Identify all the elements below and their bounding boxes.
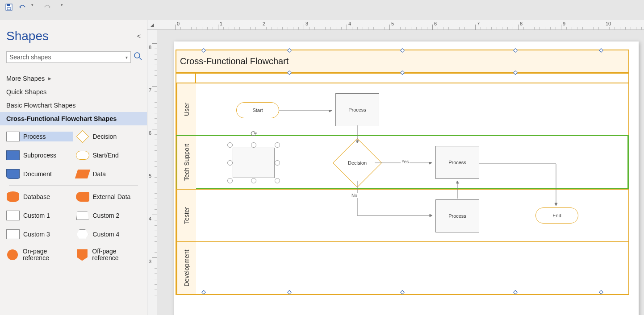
search-icon[interactable] (134, 52, 142, 63)
shapes-panel: Shapes < Search shapes ▾ More Shapes ▶ Q… (0, 20, 147, 315)
lane-header-user[interactable]: User (176, 83, 196, 135)
svg-marker-8 (429, 162, 432, 164)
connector-label-yes: Yes (401, 159, 410, 164)
svg-marker-14 (555, 203, 557, 206)
palette-subprocess[interactable]: Subprocess (6, 150, 73, 160)
vertical-ruler: 876543 (147, 30, 157, 315)
palette-document[interactable]: Document (6, 169, 73, 179)
save-button[interactable] (4, 3, 13, 12)
stencil-basic-flowchart[interactable]: Basic Flowchart Shapes (0, 99, 147, 112)
search-shapes-input[interactable]: Search shapes ▾ (6, 51, 131, 63)
rotation-handle-icon[interactable]: ⟳ (251, 129, 257, 139)
drawing-page[interactable]: Cross-Functional Flowchart User Start (174, 41, 639, 315)
svg-marker-13 (456, 181, 459, 183)
pool-title[interactable]: Cross-Functional Flowchart (176, 50, 628, 73)
ruler-corner: ◢ (147, 20, 157, 30)
svg-line-4 (139, 58, 142, 60)
svg-point-3 (134, 53, 140, 58)
palette-startend[interactable]: Start/End (76, 150, 143, 160)
customize-qat-dropdown[interactable]: ▾ (61, 3, 65, 10)
shape-process-1[interactable]: Process (335, 93, 379, 126)
shape-start[interactable]: Start (236, 102, 279, 118)
svg-marker-11 (430, 214, 432, 217)
search-dropdown-icon[interactable]: ▾ (125, 55, 128, 60)
swimlane-pool[interactable]: Cross-Functional Flowchart User Start (176, 50, 629, 295)
svg-marker-6 (329, 110, 332, 112)
shape-process-2[interactable]: Process (435, 146, 479, 179)
palette-data[interactable]: Data (76, 169, 143, 179)
palette-onpage-reference[interactable]: On-page reference (6, 248, 73, 262)
lane-development[interactable]: Development (176, 241, 628, 294)
stencil-cross-functional[interactable]: Cross-Functional Flowchart Shapes (0, 112, 147, 125)
shape-process-3[interactable]: Process (435, 199, 479, 232)
lane-header-tester[interactable]: Tester (176, 190, 196, 241)
chevron-right-icon: ▶ (48, 76, 51, 81)
shape-new-process-selected[interactable]: ⟳ (230, 145, 277, 181)
lane-tester[interactable]: Tester Process End No (176, 189, 628, 241)
palette-custom2[interactable]: Custom 2 (76, 211, 143, 220)
palette-process[interactable]: Process (6, 132, 73, 141)
shape-palette: Process Decision Subprocess Start/End Do… (0, 125, 147, 183)
stencil-more-shapes[interactable]: More Shapes ▶ (0, 72, 147, 85)
lane-header-tech-support[interactable]: Tech Support (176, 136, 196, 189)
palette-custom3[interactable]: Custom 3 (6, 229, 73, 239)
palette-decision[interactable]: Decision (76, 132, 143, 141)
drawing-canvas[interactable]: ◢ 01234567891011 876543 Cross-Functional… (147, 20, 644, 315)
palette-external-data[interactable]: External Data (76, 192, 143, 202)
connector-label-no: No (351, 193, 358, 198)
svg-marker-10 (356, 141, 359, 143)
lane-header-development[interactable]: Development (176, 242, 196, 294)
horizontal-ruler: 01234567891011 (157, 20, 644, 30)
palette-offpage-reference[interactable]: Off-page reference (76, 248, 143, 262)
stencil-list: More Shapes ▶ Quick Shapes Basic Flowcha… (0, 72, 147, 125)
palette-database[interactable]: Database (6, 192, 73, 202)
palette-custom1[interactable]: Custom 1 (6, 211, 73, 220)
shapes-panel-title: Shapes (6, 29, 49, 43)
quick-access-toolbar: ▾ ▾ (0, 0, 644, 20)
palette-custom4[interactable]: Custom 4 (76, 229, 143, 239)
shape-end[interactable]: End (535, 207, 578, 224)
search-placeholder: Search shapes (9, 54, 51, 61)
svg-rect-1 (7, 4, 10, 6)
undo-dropdown[interactable]: ▾ (31, 3, 36, 10)
undo-button[interactable] (18, 3, 27, 12)
redo-button[interactable] (43, 3, 52, 12)
stencil-quick-shapes[interactable]: Quick Shapes (0, 85, 147, 99)
lane-user[interactable]: User Start Process (176, 83, 628, 135)
collapse-panel-button[interactable]: < (137, 33, 141, 40)
